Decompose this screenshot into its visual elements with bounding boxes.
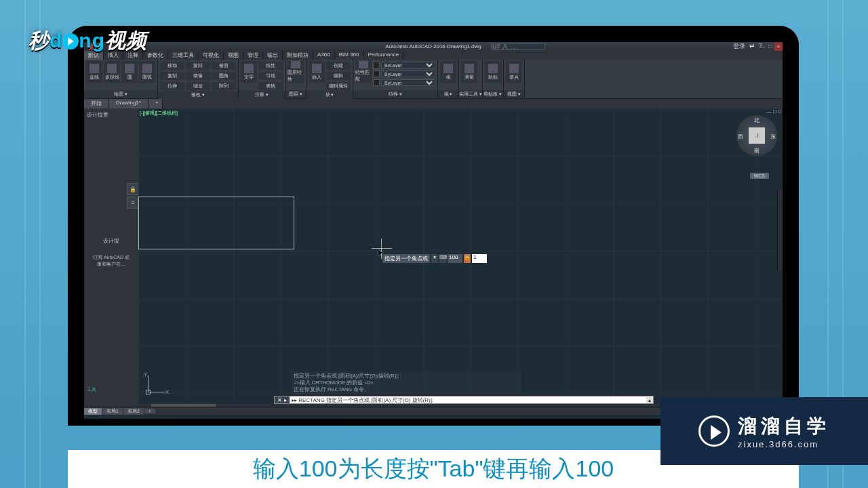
panel-label[interactable]: 特性 ▾ <box>353 90 437 98</box>
ribbon-btn-直线[interactable]: 直线 <box>86 61 102 83</box>
panel-label[interactable]: 修改 ▾ <box>158 91 238 99</box>
viewcube-top[interactable]: 上 <box>749 127 765 144</box>
lock-icon[interactable]: 🔒 <box>127 183 139 195</box>
model-canvas[interactable]: [-][俯视][二维线框] — □ □ 上 北 南 东 西 WCS <box>138 108 783 407</box>
logo-text-a: 秒 <box>28 29 50 52</box>
ribbon-panel-特性: 特性匹配ByLayerByLayerByLayer特性 ▾ <box>353 60 438 98</box>
ribbon-btn-镜像[interactable]: 镜像 <box>186 72 210 80</box>
tab-drawing1[interactable]: Drawing1* <box>109 99 149 108</box>
panel-label[interactable]: 视图 ▾ <box>504 90 524 98</box>
ribbon-btn-测量[interactable]: 测量 <box>461 61 477 83</box>
dyn-width-input[interactable]: 100 <box>448 254 462 263</box>
vp-min-icon[interactable]: — <box>766 108 772 115</box>
ribbon-btn-阵列[interactable]: 阵列 <box>212 82 236 90</box>
ribbon-tab-7[interactable]: 管理 <box>243 51 263 60</box>
viewcube-west[interactable]: 西 <box>738 133 743 140</box>
layout-tab-模型[interactable]: 模型 <box>84 408 102 415</box>
layout-tab-布局2[interactable]: 布局2 <box>123 408 144 415</box>
tab-start[interactable]: 开始 <box>84 99 109 108</box>
ribbon-btn-旋转[interactable]: 旋转 <box>186 62 210 70</box>
max-button[interactable]: □ <box>766 43 774 51</box>
list-icon[interactable]: ≡ <box>127 197 139 209</box>
ribbon-btn-特性匹配[interactable]: 特性匹配 <box>355 61 372 83</box>
close-button[interactable]: × <box>774 43 783 51</box>
ribbon-btn-编辑属性[interactable]: 编辑属性 <box>326 82 351 90</box>
layout-tab-布局1[interactable]: 布局1 <box>102 408 123 415</box>
dyn-key-icon: ⌨ <box>439 254 446 263</box>
ribbon-btn-文字[interactable]: 文字 <box>241 61 257 83</box>
panel-label[interactable]: 块 ▾ <box>307 91 353 99</box>
nav-bar[interactable] <box>777 190 783 271</box>
ribbon-tabs: 默认插入注释参数化三维工具可视化视图管理输出附加模块A360BIM 360Per… <box>84 51 783 60</box>
ribbon-btn-圆[interactable]: 圆 <box>121 61 138 83</box>
wcs-badge[interactable]: WCS <box>750 173 769 179</box>
viewcube[interactable]: 上 北 南 东 西 <box>736 115 777 156</box>
cmd-history-line: 指定另一个角点或 [面积(A)/尺寸(D)/旋转(R)]: <box>294 373 519 380</box>
viewcube-north[interactable]: 北 <box>754 117 760 124</box>
ribbon-btn-复制[interactable]: 复制 <box>160 72 184 80</box>
min-button[interactable]: — <box>758 43 766 51</box>
exchange-icon[interactable]: ⇄ <box>749 42 755 51</box>
cmd-line-icon[interactable]: ✕ ▸ <box>275 396 290 403</box>
ribbon-btn-粘贴[interactable]: 粘贴 <box>485 61 501 83</box>
cmd-line-arrow-icon[interactable]: ▴ <box>646 397 653 403</box>
panel-label[interactable]: 图层 ▾ <box>285 90 306 98</box>
logo-text-b: d <box>50 29 62 52</box>
ribbon-btn-组[interactable]: 组 <box>440 61 456 83</box>
panel-label[interactable]: 绘图 ▾ <box>84 90 157 98</box>
ribbon-btn-圆弧[interactable]: 圆弧 <box>139 61 155 83</box>
ribbon-btn-引线[interactable]: 引线 <box>258 72 283 80</box>
autocad-window: 💾 ↶ ↷ Autodesk AutoCAD 2016 Drawing1.dwg… <box>84 42 783 419</box>
ucs-x-label: X <box>165 389 169 395</box>
panel-label[interactable]: 组 ▾ <box>438 90 458 98</box>
ribbon-tab-4[interactable]: 三维工具 <box>168 51 199 60</box>
ribbon-btn-插入[interactable]: 插入 <box>309 61 325 83</box>
cmd-line-text[interactable]: ▸▸ RECTANG 指定另一个角点或 [面积(A) 尺寸(D) 旋转(R)]: <box>290 396 646 404</box>
side-link[interactable]: 工具 <box>87 386 96 393</box>
dyn-height-input[interactable]: 1 <box>472 254 487 263</box>
help-search-input[interactable] <box>491 43 545 50</box>
ribbon-btn-拉伸[interactable]: 拉伸 <box>160 82 184 90</box>
ribbon-tab-11[interactable]: BIM 360 <box>335 51 364 60</box>
ribbon-btn-表格[interactable]: 表格 <box>258 82 283 90</box>
viewcube-south[interactable]: 南 <box>754 147 760 155</box>
ribbon-btn-移动[interactable]: 移动 <box>160 62 184 70</box>
dyn-dropdown-icon[interactable]: ▾ <box>431 254 438 263</box>
ribbon-btn-创建[interactable]: 创建 <box>326 62 351 70</box>
ribbon-tab-5[interactable]: 可视化 <box>199 51 224 60</box>
ribbon-tab-12[interactable]: Performance <box>363 51 403 60</box>
side-mid-text: 设计提 <box>84 237 138 245</box>
ribbon-btn-缩放[interactable]: 缩放 <box>186 82 210 90</box>
ribbon-btn-圆角[interactable]: 圆角 <box>212 72 236 80</box>
panel-label[interactable]: 实用工具 ▾ <box>459 90 482 98</box>
tab-new[interactable]: + <box>149 99 163 108</box>
viewcube-east[interactable]: 东 <box>770 133 776 140</box>
prop-select-ByLayer[interactable]: ByLayer <box>381 62 435 68</box>
ribbon-tab-9[interactable]: 附加模块 <box>283 51 313 60</box>
brand-watermark: 溜溜自学 zixue.3d66.com <box>660 397 868 465</box>
login-link[interactable]: 登录 <box>733 42 745 51</box>
ribbon-tab-8[interactable]: 输出 <box>263 51 283 60</box>
vp-max-icon[interactable]: □ <box>773 108 776 115</box>
ribbon-btn-基点[interactable]: 基点 <box>506 61 522 83</box>
ribbon-btn-多段线[interactable]: 多段线 <box>104 61 120 83</box>
vp-close-icon[interactable]: □ <box>778 108 781 115</box>
prop-select-ByLayer[interactable]: ByLayer <box>381 70 435 77</box>
view-label[interactable]: [-][俯视][二维线框] <box>140 110 178 117</box>
panel-label[interactable]: 剪贴板 ▾ <box>483 90 503 98</box>
ribbon-panel-视图: 基点视图 ▾ <box>504 60 525 98</box>
logo-text-d: 视频 <box>105 29 147 52</box>
ribbon: 直线多段线圆圆弧绘图 ▾移动旋转修剪复制镜像圆角拉伸缩放阵列修改 ▾文字线性引线… <box>84 60 783 99</box>
ribbon-btn-图层特性[interactable]: 图层特性 <box>288 61 304 83</box>
ribbon-btn-编辑[interactable]: 编辑 <box>326 72 351 80</box>
ribbon-btn-修剪[interactable]: 修剪 <box>212 62 236 70</box>
layout-tab-+[interactable]: + <box>144 409 155 413</box>
prop-select-ByLayer[interactable]: ByLayer <box>381 79 435 86</box>
ribbon-tab-10[interactable]: A360 <box>313 51 335 60</box>
panel-label[interactable]: 注释 ▾ <box>239 91 285 99</box>
ribbon-btn-线性[interactable]: 线性 <box>258 62 283 70</box>
cmd-history-line: >>输入 ORTHOMODE 的新值 <0>: <box>294 380 519 386</box>
ribbon-tab-6[interactable]: 视图 <box>224 51 243 60</box>
design-feed-panel: 设计提要 🔒 ≡ 设计提 订阅 AutoCAD 或 事和客户在… 工具 <box>84 108 138 407</box>
command-line[interactable]: ✕ ▸ ▸▸ RECTANG 指定另一个角点或 [面积(A) 尺寸(D) 旋转(… <box>274 396 654 404</box>
